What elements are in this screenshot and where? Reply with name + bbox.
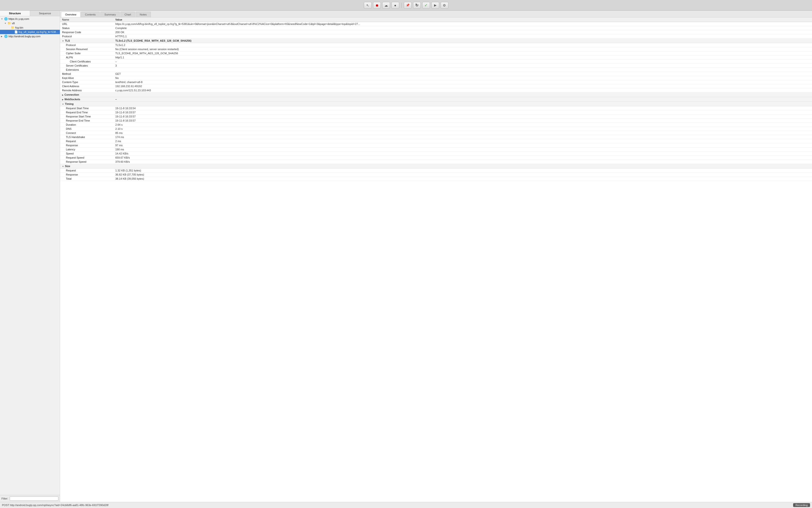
- table-row: Request Speed659.67 KB/s: [60, 156, 812, 160]
- tree-icon-v8-folder: 📁: [7, 22, 11, 25]
- row-name: Response Start Time: [60, 115, 113, 119]
- row-value: 3: [113, 64, 812, 68]
- row-name: Cipher Suite: [60, 51, 113, 55]
- tree-item-root-android[interactable]: ▶🌐http://android.bugly.qq.com: [0, 34, 60, 39]
- table-row: Response End Time19-11-8 16:33:57: [60, 119, 812, 123]
- toolbar-separator-1: [401, 3, 402, 8]
- table-row: Cipher SuiteTLS_ECDHE_RSA_WITH_AES_128_G…: [60, 51, 812, 55]
- section-name[interactable]: ▶WebSockets: [60, 97, 113, 102]
- row-name: Request End Time: [60, 111, 113, 115]
- row-value: text/html; charset=utf-8: [113, 80, 812, 84]
- content-tab-contents[interactable]: Contents: [81, 12, 100, 17]
- row-name: Response: [60, 143, 113, 147]
- tree-item-fcg-file[interactable]: 📄fcg_v8_toplist_cp.fcg?g_tk=5381&u: [0, 30, 60, 34]
- row-value: TLSv1.2: [113, 43, 812, 47]
- row-value: 36.82 KB (37,705 bytes): [113, 173, 812, 177]
- section-arrow: ▶: [62, 98, 64, 101]
- table-row: ▼TLSTLSv1.2 (TLS_ECDHE_RSA_WITH_AES_128_…: [60, 39, 812, 43]
- table-row: Response Code200 OK: [60, 30, 812, 34]
- cloud-button[interactable]: ☁: [382, 2, 390, 9]
- table-row: Client Address192.168.232.61:49192: [60, 84, 812, 88]
- table-row: Session ResumedNo (Client session resume…: [60, 47, 812, 51]
- dot-button[interactable]: ●: [392, 2, 399, 9]
- sidebar-tabs: Structure Sequence: [0, 11, 60, 16]
- check-button[interactable]: ✓: [422, 2, 430, 9]
- row-name: Response Speed: [60, 160, 113, 164]
- tree-item-fcg-bin-folder[interactable]: 📁fcg-bin: [0, 26, 60, 30]
- section-name[interactable]: ▼TLS: [60, 39, 113, 43]
- tree-label-v8-folder: v8: [12, 22, 15, 25]
- table-row: ▶Connection: [60, 92, 812, 97]
- refresh-button[interactable]: ↻: [413, 2, 421, 9]
- row-value: No: [113, 76, 812, 80]
- row-value: GET: [113, 72, 812, 76]
- row-name: Method: [60, 72, 113, 76]
- row-name: Remote Address: [60, 88, 113, 92]
- tree-label-root-https: https://c.y.qq.com: [8, 17, 29, 20]
- tree-label-fcg-file: fcg_v8_toplist_cp.fcg?g_tk=5381&u: [18, 31, 59, 33]
- filter-input[interactable]: [10, 496, 58, 501]
- row-name: Server Certificates: [60, 64, 113, 68]
- content-tab-summary[interactable]: Summary: [100, 12, 120, 17]
- pointer-button[interactable]: ↖: [364, 2, 372, 9]
- table-row: Kept AliveNo: [60, 76, 812, 80]
- table-row: Content-Typetext/html; charset=utf-8: [60, 80, 812, 84]
- table-row: Request Start Time19-11-8 16:33:54: [60, 106, 812, 111]
- table-row: Response97 ms: [60, 143, 812, 147]
- sidebar-tree: ▼🌐https://c.y.qq.com▼📁v8📁fcg-bin📄fcg_v8_…: [0, 16, 60, 495]
- section-arrow: ▼: [62, 40, 64, 42]
- status-bar: POST http://android.bugly.qq.com/rqd/asy…: [0, 502, 812, 508]
- overview-data-table: Name Value URLhttps://c.y.qq.com/v8/fcg-…: [60, 17, 812, 181]
- table-row: ▶WebSockets–: [60, 97, 812, 102]
- row-name: DNS: [60, 127, 113, 131]
- table-row: ALPNhttp/1.1: [60, 55, 812, 59]
- tab-sequence[interactable]: Sequence: [30, 11, 60, 16]
- row-value: c.y.qq.com/121.51.23.103:443: [113, 88, 812, 92]
- record-stop-button[interactable]: ⏺: [373, 2, 381, 9]
- section-name[interactable]: ▼Size: [60, 164, 113, 169]
- content-tab-overview[interactable]: Overview: [61, 12, 80, 17]
- content-tab-chart[interactable]: Chart: [120, 12, 135, 17]
- row-value: –: [113, 59, 812, 64]
- filter-label: Filter:: [1, 497, 8, 500]
- pin-button[interactable]: 📌: [404, 2, 412, 9]
- row-value: 97 ms: [113, 143, 812, 147]
- table-row: StatusComplete: [60, 26, 812, 30]
- row-value: 379.60 KB/s: [113, 160, 812, 164]
- row-name: Extensions: [60, 68, 113, 72]
- table-row: TLS Handshake174 ms: [60, 135, 812, 139]
- tree-icon-root-android: 🌐: [4, 35, 8, 38]
- tree-icon-fcg-file: 📄: [14, 30, 18, 34]
- row-value: 2.10 s: [113, 127, 812, 131]
- row-name: Request: [60, 169, 113, 173]
- content-tab-notes[interactable]: Notes: [136, 12, 151, 17]
- settings-button[interactable]: ⚙: [441, 2, 448, 9]
- table-row: MethodGET: [60, 72, 812, 76]
- tree-item-v8-folder[interactable]: ▼📁v8: [0, 21, 60, 26]
- section-value: [113, 164, 812, 169]
- row-name: Latency: [60, 147, 113, 152]
- table-row: ▼Timing: [60, 102, 812, 106]
- tree-arrow-root-android: ▶: [1, 35, 3, 38]
- tab-structure[interactable]: Structure: [0, 11, 30, 16]
- sidebar: Structure Sequence ▼🌐https://c.y.qq.com▼…: [0, 11, 60, 502]
- play-button[interactable]: ▶: [432, 2, 439, 9]
- row-name: Client Certificates: [60, 59, 113, 64]
- section-arrow: ▼: [62, 103, 64, 105]
- tree-label-root-android: http://android.bugly.qq.com: [8, 35, 40, 38]
- section-value: [113, 102, 812, 106]
- row-name: Connect: [60, 131, 113, 135]
- section-name[interactable]: ▶Connection: [60, 92, 113, 97]
- table-row: Response Speed379.60 KB/s: [60, 160, 812, 164]
- section-value: –: [113, 97, 812, 102]
- table-row: Extensions: [60, 68, 812, 72]
- row-name: URL: [60, 22, 113, 26]
- tree-item-root-https[interactable]: ▼🌐https://c.y.qq.com: [0, 17, 60, 21]
- recording-badge: Recording: [793, 503, 810, 507]
- content-panel: OverviewContentsSummaryChartNotes Name V…: [60, 11, 812, 502]
- row-name: Protocol: [60, 34, 113, 39]
- tree-icon-root-https: 🌐: [4, 17, 8, 20]
- content-tabs: OverviewContentsSummaryChartNotes: [60, 11, 812, 17]
- section-value: TLSv1.2 (TLS_ECDHE_RSA_WITH_AES_128_GCM_…: [113, 39, 812, 43]
- section-name[interactable]: ▼Timing: [60, 102, 113, 106]
